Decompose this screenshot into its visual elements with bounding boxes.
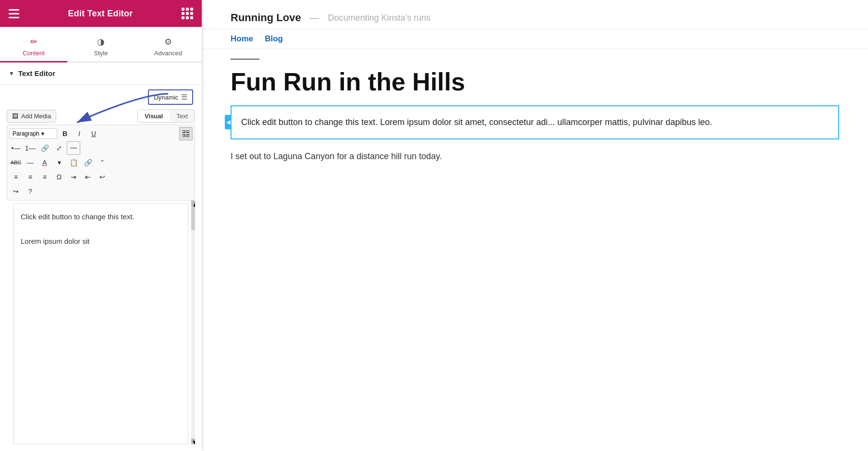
main-content: Fun Run in the Hills ◀ Click edit button… bbox=[202, 49, 868, 173]
paragraph-select[interactable]: Paragraph ▾ bbox=[9, 128, 57, 139]
undo-button[interactable]: ↩ bbox=[96, 170, 109, 184]
site-title: Running Love bbox=[231, 12, 301, 24]
align-center-button[interactable]: ≡ bbox=[24, 170, 37, 184]
add-media-label: Add Media bbox=[21, 113, 51, 120]
add-media-icon: 🖼 bbox=[12, 113, 18, 120]
unordered-list-button[interactable]: •— bbox=[9, 141, 23, 155]
fullwidth-button[interactable]: ⤢ bbox=[52, 141, 66, 155]
site-header: Running Love — Documenting Kinsta's runs bbox=[202, 0, 868, 29]
nav-home[interactable]: Home bbox=[231, 34, 253, 44]
ordered-list-button[interactable]: 1— bbox=[24, 141, 37, 155]
selected-text: Click edit button to change this text. L… bbox=[241, 115, 829, 130]
visual-tab[interactable]: Visual bbox=[138, 110, 170, 122]
panel-tabs: ✏ Content ◑ Style ⚙ Advanced bbox=[0, 27, 202, 63]
text-color-button[interactable]: A bbox=[38, 156, 51, 169]
selected-text-box[interactable]: ◀ Click edit button to change this text.… bbox=[231, 105, 839, 139]
paste-button[interactable]: 📋 bbox=[67, 156, 80, 169]
content-icon: ✏ bbox=[30, 37, 37, 47]
editor-toolbar-top: 🖼 Add Media Visual Text bbox=[0, 108, 202, 125]
menu-icon[interactable] bbox=[9, 9, 19, 18]
stack-icon: ☰ bbox=[181, 93, 187, 101]
indent-button[interactable]: ⇥ bbox=[67, 170, 80, 184]
toolbar-row-5: ↪ ? bbox=[9, 185, 193, 198]
tab-advanced-label: Advanced bbox=[154, 50, 182, 57]
editor-content[interactable]: Click edit button to change this text. L… bbox=[13, 203, 188, 444]
color-dropdown-button[interactable]: ▾ bbox=[52, 156, 66, 169]
separator: — bbox=[310, 13, 319, 24]
paragraph-label: Paragraph bbox=[12, 130, 39, 137]
scroll-track: ▲ ▼ bbox=[191, 200, 195, 444]
tab-content[interactable]: ✏ Content bbox=[0, 32, 67, 62]
toolbar-row-1: Paragraph ▾ B I U bbox=[9, 127, 193, 140]
panel-title: Edit Text Editor bbox=[68, 9, 133, 19]
align-right-button[interactable]: ≡ bbox=[38, 170, 51, 184]
help-button[interactable]: ? bbox=[24, 185, 37, 198]
clear-button[interactable]: 🔗 bbox=[81, 156, 95, 169]
style-icon: ◑ bbox=[97, 37, 105, 47]
left-handle[interactable]: ◀ bbox=[225, 115, 232, 129]
toolbar-row-4: ≡ ≡ ≡ Ω ⇥ ⇤ ↩ bbox=[9, 170, 193, 184]
bold-button[interactable]: B bbox=[58, 127, 72, 140]
advanced-icon: ⚙ bbox=[164, 37, 172, 47]
link-button[interactable]: 🔗 bbox=[38, 141, 51, 155]
scroll-thumb[interactable] bbox=[191, 206, 195, 230]
site-tagline: Documenting Kinsta's runs bbox=[328, 13, 431, 23]
collapse-arrow-icon[interactable]: ▼ bbox=[9, 70, 14, 77]
toolbar-row-3: ABC — A ▾ 📋 🔗 " bbox=[9, 156, 193, 169]
apps-icon[interactable] bbox=[182, 8, 193, 19]
tab-advanced[interactable]: ⚙ Advanced bbox=[134, 32, 202, 62]
toolbar-area: Paragraph ▾ B I U •— 1— 🔗 ⤢ ABC — A ▾ bbox=[7, 125, 195, 200]
strikethrough-button[interactable]: ABC bbox=[9, 156, 23, 169]
add-media-button[interactable]: 🖼 Add Media bbox=[7, 110, 56, 123]
tab-style-label: Style bbox=[94, 50, 108, 57]
section-title: Text Editor bbox=[18, 69, 55, 77]
underline-button[interactable]: U bbox=[87, 127, 100, 140]
dynamic-button[interactable]: Dynamic ☰ bbox=[148, 89, 193, 105]
bottom-text: I set out to Laguna Canyon for a distanc… bbox=[231, 149, 839, 164]
editor-text-2: Lorem ipsum dolor sit bbox=[21, 235, 181, 248]
page-break-button[interactable] bbox=[67, 141, 80, 155]
align-left-button[interactable]: ≡ bbox=[9, 170, 23, 184]
italic-button[interactable]: I bbox=[73, 127, 86, 140]
nav-blog[interactable]: Blog bbox=[265, 34, 283, 44]
svg-rect-1 bbox=[187, 130, 189, 133]
fullscreen-button[interactable] bbox=[179, 127, 193, 140]
svg-rect-3 bbox=[187, 135, 189, 137]
text-tab[interactable]: Text bbox=[170, 110, 195, 122]
content-divider bbox=[231, 59, 259, 60]
scroll-down-button[interactable]: ▼ bbox=[191, 438, 195, 444]
svg-rect-0 bbox=[183, 130, 185, 133]
outdent-button[interactable]: ⇤ bbox=[81, 170, 95, 184]
dynamic-area: Dynamic ☰ bbox=[0, 85, 202, 108]
dynamic-label: Dynamic bbox=[154, 94, 178, 101]
scroll-up-button[interactable]: ▲ bbox=[191, 200, 195, 206]
tab-content-label: Content bbox=[23, 50, 45, 57]
panel-header: Edit Text Editor bbox=[0, 0, 202, 27]
blockquote-button[interactable]: " bbox=[96, 156, 109, 169]
site-nav: Home Blog bbox=[202, 29, 868, 49]
tab-style[interactable]: ◑ Style bbox=[67, 32, 134, 62]
hr-button[interactable]: — bbox=[24, 156, 37, 169]
visual-text-tabs: Visual Text bbox=[137, 110, 195, 123]
content-heading: Fun Run in the Hills bbox=[231, 68, 839, 96]
toolbar-row-2: •— 1— 🔗 ⤢ bbox=[9, 141, 193, 155]
redo-button[interactable]: ↪ bbox=[9, 185, 23, 198]
dropdown-arrow-icon: ▾ bbox=[41, 130, 44, 137]
svg-rect-2 bbox=[183, 135, 185, 137]
editor-text: Click edit button to change this text. bbox=[21, 211, 181, 223]
right-content: Running Love — Documenting Kinsta's runs… bbox=[202, 0, 868, 451]
special-chars-button[interactable]: Ω bbox=[52, 170, 66, 184]
editor-scroll-area: Click edit button to change this text. L… bbox=[7, 200, 195, 444]
section-header: ▼ Text Editor bbox=[0, 63, 202, 85]
svg-rect-4 bbox=[70, 148, 77, 149]
left-panel: Edit Text Editor ✏ Content ◑ Style ⚙ Adv… bbox=[0, 0, 202, 451]
